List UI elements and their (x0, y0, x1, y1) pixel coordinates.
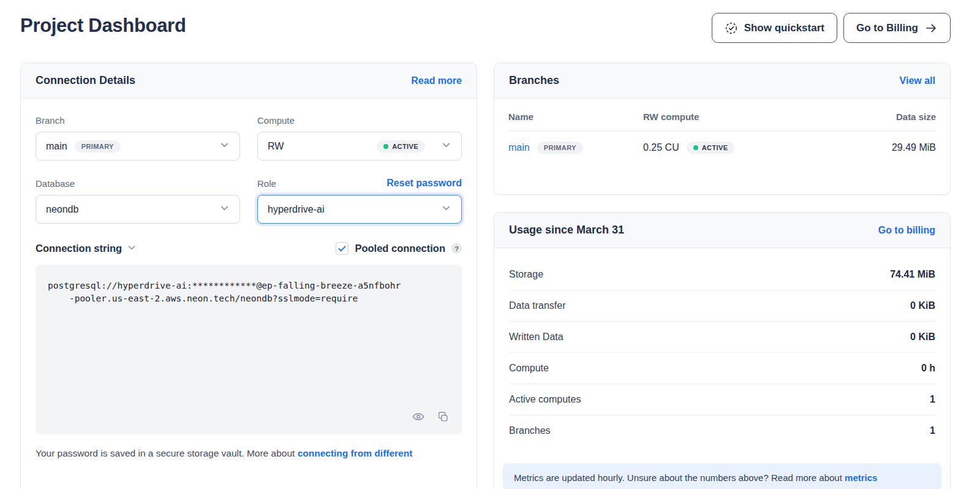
usage-title: Usage since March 31 (509, 224, 624, 237)
usage-metrics-note: Metrics are updated hourly. Unsure about… (503, 463, 941, 489)
view-all-link[interactable]: View all (900, 75, 935, 86)
role-field: Role Reset password hyperdrive-ai (257, 176, 462, 224)
reveal-password-eye-icon[interactable] (412, 410, 425, 426)
compute-value: RW (268, 141, 284, 152)
active-status-badge: ACTIVE (377, 140, 425, 153)
chevron-down-icon (441, 203, 451, 216)
database-field: Database neondb (36, 176, 240, 224)
usage-row-active-computes: Active computes 1 (509, 384, 935, 415)
connecting-from-different-link[interactable]: connecting from different (298, 448, 413, 458)
help-icon[interactable]: ? (451, 243, 462, 254)
usage-row-compute: Compute 0 h (509, 353, 935, 384)
usage-card: Usage since March 31 Go to billing Stora… (494, 212, 951, 489)
compute-select[interactable]: RW ACTIVE (257, 132, 462, 161)
column-rw-compute: RW compute (643, 112, 869, 122)
role-value: hyperdrive-ai (268, 204, 324, 215)
chevron-down-icon (219, 140, 230, 153)
password-vault-note: Your password is saved in a secure stora… (36, 448, 462, 459)
green-status-dot-icon (383, 144, 388, 149)
branch-compute-value: 0.25 CU (643, 142, 679, 153)
branches-title: Branches (509, 74, 559, 87)
branch-label: Branch (36, 115, 65, 126)
branch-data-size: 29.49 MiB (869, 142, 936, 153)
pooled-connection-label: Pooled connection (355, 243, 445, 254)
usage-row-written-data: Written Data 0 KiB (509, 322, 935, 353)
show-quickstart-label: Show quickstart (744, 22, 824, 34)
database-value: neondb (46, 204, 78, 215)
connection-string-value: postgresql://hyperdrive-ai:************@… (48, 279, 450, 305)
role-select[interactable]: hyperdrive-ai (257, 195, 462, 224)
copy-icon[interactable] (436, 410, 450, 426)
usage-header: Usage since March 31 Go to billing (494, 213, 950, 248)
column-data-size: Data size (869, 112, 936, 122)
role-label: Role (257, 178, 276, 189)
primary-badge: PRIMARY (537, 142, 583, 154)
chevron-down-icon (127, 243, 137, 255)
go-to-billing-button[interactable]: Go to Billing (843, 13, 951, 43)
read-more-link[interactable]: Read more (411, 75, 462, 86)
usage-metrics-link[interactable]: metrics (845, 472, 877, 483)
branch-row: main PRIMARY 0.25 CU ACTIVE 29.49 MiB (508, 131, 936, 164)
connection-string-label: Connection string (36, 243, 122, 254)
green-status-dot-icon (693, 145, 698, 150)
header-actions: Show quickstart Go to Billing (712, 13, 951, 43)
connection-details-title: Connection Details (36, 74, 135, 87)
column-name: Name (508, 112, 643, 122)
usage-row-storage: Storage 74.41 MiB (509, 259, 935, 290)
pooled-connection-checkbox[interactable] (336, 242, 349, 255)
branches-header: Branches View all (494, 63, 950, 99)
compute-label: Compute (257, 115, 295, 126)
quickstart-check-circle-icon (725, 21, 738, 35)
arrow-right-icon (924, 21, 938, 35)
connection-string-box[interactable]: postgresql://hyperdrive-ai:************@… (36, 265, 462, 434)
chevron-down-icon (219, 203, 230, 216)
connection-string-toggle[interactable]: Connection string (36, 243, 137, 255)
branches-table-header: Name RW compute Data size (508, 101, 936, 131)
active-status-badge: ACTIVE (687, 142, 735, 154)
reset-password-link[interactable]: Reset password (386, 178, 462, 189)
branch-select[interactable]: main PRIMARY (36, 132, 240, 161)
connection-details-body: Branch main PRIMARY Compute RW (21, 99, 477, 474)
branches-card: Branches View all Name RW compute Data s… (494, 63, 951, 195)
database-select[interactable]: neondb (36, 195, 240, 224)
compute-field: Compute RW ACTIVE (257, 113, 462, 161)
database-label: Database (36, 178, 75, 189)
primary-badge: PRIMARY (75, 140, 121, 153)
usage-row-branches: Branches 1 (509, 415, 935, 446)
branch-main-link[interactable]: main (508, 142, 530, 153)
page-title: Project Dashboard (20, 15, 186, 37)
go-to-billing-label: Go to Billing (856, 22, 918, 34)
usage-row-data-transfer: Data transfer 0 KiB (509, 290, 935, 322)
branch-field: Branch main PRIMARY (36, 113, 240, 161)
go-to-billing-link[interactable]: Go to billing (878, 225, 935, 236)
branch-value: main (46, 141, 67, 152)
connection-details-header: Connection Details Read more (21, 63, 477, 99)
connection-details-card: Connection Details Read more Branch main… (20, 63, 477, 489)
show-quickstart-button[interactable]: Show quickstart (712, 13, 837, 43)
chevron-down-icon (441, 140, 451, 153)
